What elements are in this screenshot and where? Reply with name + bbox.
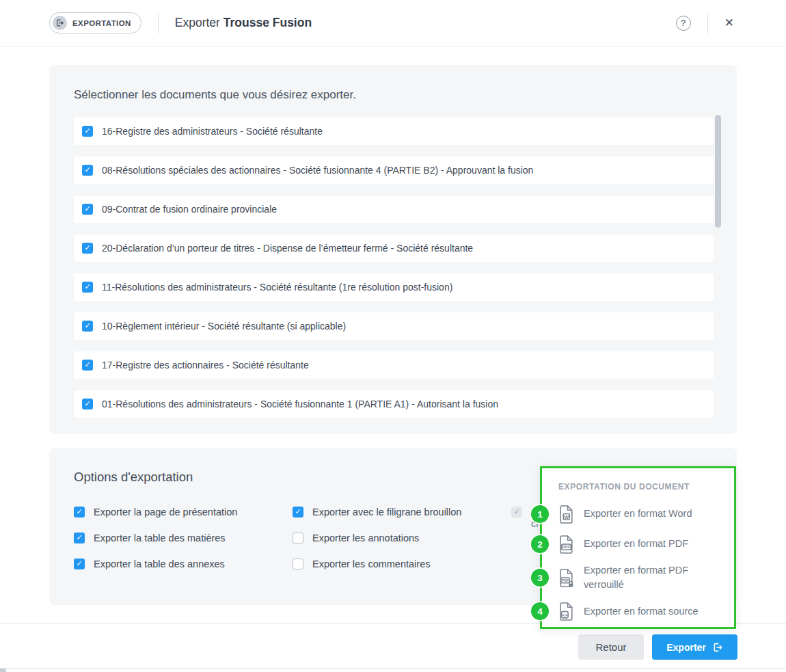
document-row[interactable]: 09-Contrat de fusion ordinaire provincia… (74, 196, 714, 223)
option-checkbox[interactable] (74, 507, 85, 518)
option-checkbox-disabled (511, 507, 522, 518)
pdf-locked-file-icon: PDF (558, 569, 574, 587)
step-3-badge: 3 (531, 569, 549, 587)
export-format-menu: EXPORTATION DU DOCUMENT 1 W Exporter en … (540, 466, 736, 629)
pdf-file-icon: PDF (558, 535, 574, 554)
option-checkbox[interactable] (293, 507, 303, 518)
document-label: 08-Résolutions spéciales des actionnaire… (102, 165, 533, 176)
header-divider (158, 13, 159, 33)
page-title-prefix: Exporter (175, 16, 220, 29)
document-label: 09-Contrat de fusion ordinaire provincia… (102, 204, 277, 215)
close-icon[interactable]: ✕ (724, 17, 734, 29)
option-label: Exporter la table des annexes (94, 559, 225, 570)
back-button[interactable]: Retour (578, 634, 644, 660)
option-export-comments[interactable]: Exporter les commentaires (293, 559, 511, 570)
option-checkbox[interactable] (293, 533, 303, 543)
document-checkbox[interactable] (82, 321, 93, 332)
options-column-2: Exporter avec le filigrane brouillon Exp… (293, 507, 511, 584)
option-label: Exporter la table des matières (94, 533, 226, 544)
option-export-toc[interactable]: Exporter la table des matières (74, 533, 293, 544)
option-export-cover-page[interactable]: Exporter la page de présentation (74, 507, 293, 518)
option-label: Exporter les commentaires (312, 559, 430, 570)
svg-text:<>: <> (562, 612, 567, 617)
badge-label: EXPORTATION (72, 19, 131, 27)
documents-panel: Sélectionner les documents que vous dési… (49, 65, 737, 434)
document-label: 17-Registre des actionnaires - Société r… (102, 360, 309, 371)
option-export-annotations[interactable]: Exporter les annotations (293, 533, 511, 544)
option-label: Exporter la page de présentation (94, 507, 237, 518)
document-label: 01-Résolutions des administrateurs - Soc… (102, 399, 498, 409)
menu-item-label: Exporter en format source (584, 604, 699, 619)
exportation-badge[interactable]: EXPORTATION (49, 12, 141, 33)
document-row[interactable]: 01-Résolutions des administrateurs - Soc… (74, 390, 714, 418)
option-checkbox[interactable] (293, 559, 303, 569)
scrollbar-thumb[interactable] (715, 115, 721, 228)
document-row[interactable]: 16-Registre des administrateurs - Sociét… (74, 118, 714, 145)
document-label: 10-Règlement intérieur - Société résulta… (102, 321, 346, 332)
document-checkbox[interactable] (82, 399, 93, 409)
menu-item-export-pdf[interactable]: 2 PDF Exporter en format PDF (558, 533, 723, 555)
document-checkbox[interactable] (82, 243, 93, 254)
menu-item-export-word[interactable]: 1 W Exporter en format Word (558, 503, 723, 525)
menu-item-export-source[interactable]: 4 <> Exporter en format source (558, 600, 723, 622)
document-label: 11-Résolutions des administrateurs - Soc… (102, 282, 452, 293)
help-icon[interactable]: ? (676, 16, 691, 31)
svg-text:PDF: PDF (562, 578, 569, 582)
export-button[interactable]: Exporter (652, 634, 737, 660)
page-title: Exporter Trousse Fusion (175, 16, 312, 30)
menu-item-label: Exporter en format PDF (584, 537, 688, 551)
documents-heading: Sélectionner les documents que vous dési… (74, 88, 714, 102)
option-checkbox[interactable] (74, 533, 85, 543)
document-row[interactable]: 08-Résolutions spéciales des actionnaire… (74, 157, 714, 184)
bottom-divider (0, 668, 786, 669)
document-checkbox[interactable] (82, 360, 93, 371)
option-checkbox[interactable] (74, 559, 85, 569)
document-row[interactable]: 20-Déclaration d’un porteur de titres - … (74, 234, 714, 262)
header: EXPORTATION Exporter Trousse Fusion ? ✕ (0, 0, 786, 46)
document-row[interactable]: 11-Résolutions des administrateurs - Soc… (74, 273, 714, 301)
word-file-icon: W (558, 505, 574, 524)
menu-item-export-pdf-locked[interactable]: 3 PDF Exporter en format PDF verrouillé (558, 563, 723, 592)
scrollbar-corner (0, 669, 6, 672)
document-row[interactable]: 17-Registre des actionnaires - Société r… (74, 351, 714, 379)
menu-item-label: Exporter en format PDF verrouillé (584, 563, 708, 592)
svg-text:W: W (564, 513, 569, 520)
step-4-badge: 4 (531, 602, 549, 620)
export-icon (53, 16, 67, 30)
document-checkbox[interactable] (82, 165, 93, 176)
option-label: Exporter les annotations (312, 533, 419, 544)
document-checkbox[interactable] (82, 204, 93, 215)
svg-text:PDF: PDF (563, 545, 571, 549)
document-label: 16-Registre des administrateurs - Sociét… (102, 126, 323, 137)
document-checkbox[interactable] (82, 126, 93, 137)
export-button-label: Exporter (666, 642, 706, 653)
header-divider (707, 13, 708, 33)
document-label: 20-Déclaration d’un porteur de titres - … (102, 243, 473, 254)
step-2-badge: 2 (531, 535, 549, 553)
document-row[interactable]: 10-Règlement intérieur - Société résulta… (74, 312, 714, 340)
export-icon (712, 642, 723, 653)
export-menu-heading: EXPORTATION DU DOCUMENT (558, 482, 723, 492)
options-column-1: Exporter la page de présentation Exporte… (74, 507, 293, 584)
step-1-badge: 1 (531, 505, 549, 523)
footer-actions: Retour Exporter (578, 634, 737, 660)
option-export-watermark[interactable]: Exporter avec le filigrane brouillon (293, 507, 511, 518)
option-label: Exporter avec le filigrane brouillon (312, 507, 461, 518)
source-file-icon: <> (558, 602, 574, 621)
option-export-annex-table[interactable]: Exporter la table des annexes (74, 559, 293, 570)
menu-item-label: Exporter en format Word (584, 507, 692, 521)
page-title-name: Trousse Fusion (223, 16, 312, 29)
document-checkbox[interactable] (82, 282, 93, 293)
